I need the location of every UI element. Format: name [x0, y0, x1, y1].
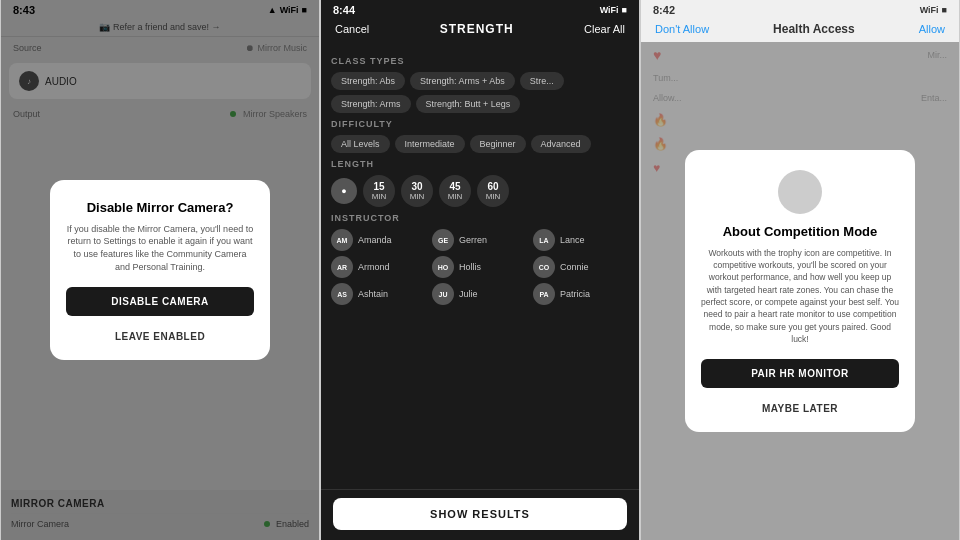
time-3: 8:42 — [653, 4, 675, 16]
status-icons-3: WiFi ■ — [920, 5, 947, 15]
avatar-julie: JU — [432, 283, 454, 305]
disable-camera-modal: Disable Mirror Camera? If you disable th… — [50, 180, 270, 360]
instructor-connie[interactable]: CO Connie — [533, 256, 629, 278]
status-bar-3: 8:42 WiFi ■ — [641, 0, 959, 18]
class-types-chips: Strength: Abs Strength: Arms + Abs Stre.… — [331, 72, 629, 113]
disable-camera-overlay: Disable Mirror Camera? If you disable th… — [1, 0, 319, 540]
chip-all-levels[interactable]: All Levels — [331, 135, 390, 153]
avatar-armond: AR — [331, 256, 353, 278]
length-60[interactable]: 60 MIN — [477, 175, 509, 207]
strength-title: STRENGTH — [440, 22, 514, 36]
avatar-hollis: HO — [432, 256, 454, 278]
phone-panel-3: 8:42 WiFi ■ Don't Allow Health Access Al… — [640, 0, 960, 540]
name-amanda: Amanda — [358, 235, 392, 245]
time-2: 8:44 — [333, 4, 355, 16]
name-ashtain: Ashtain — [358, 289, 388, 299]
health-bg: ♥ Mir... Tum... Allow... Enta... 🔥 🔥 ♥ A… — [641, 42, 959, 540]
chip-strength-arms-abs[interactable]: Strength: Arms + Abs — [410, 72, 515, 90]
filter-content: CLASS TYPES Strength: Abs Strength: Arms… — [321, 44, 639, 489]
name-patricia: Patricia — [560, 289, 590, 299]
chip-strength-butt[interactable]: Strength: Butt + Legs — [416, 95, 521, 113]
status-icons-2: WiFi ■ — [600, 5, 627, 15]
pair-hr-monitor-button[interactable]: PAIR HR MONITOR — [701, 359, 899, 388]
battery-icon-2: ■ — [622, 5, 627, 15]
clear-all-button[interactable]: Clear All — [584, 23, 625, 35]
competition-mode-body: Workouts with the trophy icon are compet… — [701, 247, 899, 346]
instructor-patricia[interactable]: PA Patricia — [533, 283, 629, 305]
chip-strength-abs[interactable]: Strength: Abs — [331, 72, 405, 90]
chip-beginner[interactable]: Beginner — [470, 135, 526, 153]
class-types-label: CLASS TYPES — [331, 56, 629, 66]
competition-avatar — [778, 170, 822, 214]
name-gerren: Gerren — [459, 235, 487, 245]
name-armond: Armond — [358, 262, 390, 272]
wifi-icon-3: WiFi — [920, 5, 939, 15]
instructor-amanda[interactable]: AM Amanda — [331, 229, 427, 251]
avatar-connie: CO — [533, 256, 555, 278]
competition-mode-modal: About Competition Mode Workouts with the… — [685, 150, 915, 433]
length-30[interactable]: 30 MIN — [401, 175, 433, 207]
instructor-ashtain[interactable]: AS Ashtain — [331, 283, 427, 305]
length-label: LENGTH — [331, 159, 629, 169]
chip-advanced[interactable]: Advanced — [531, 135, 591, 153]
avatar-gerren: GE — [432, 229, 454, 251]
avatar-ashtain: AS — [331, 283, 353, 305]
instructor-hollis[interactable]: HO Hollis — [432, 256, 528, 278]
allow-button[interactable]: Allow — [919, 23, 945, 35]
status-bar-2: 8:44 WiFi ■ — [321, 0, 639, 18]
name-lance: Lance — [560, 235, 585, 245]
name-julie: Julie — [459, 289, 478, 299]
health-access-title: Health Access — [773, 22, 855, 36]
instructor-lance[interactable]: LA Lance — [533, 229, 629, 251]
instructor-julie[interactable]: JU Julie — [432, 283, 528, 305]
difficulty-chips: All Levels Intermediate Beginner Advance… — [331, 135, 629, 153]
health-access-nav: Don't Allow Health Access Allow — [641, 18, 959, 42]
maybe-later-button[interactable]: MAYBE LATER — [762, 403, 838, 414]
avatar-amanda: AM — [331, 229, 353, 251]
instructor-grid: AM Amanda GE Gerren LA Lance AR Armond H… — [331, 229, 629, 305]
avatar-lance: LA — [533, 229, 555, 251]
competition-mode-overlay: About Competition Mode Workouts with the… — [641, 42, 959, 540]
length-options: ● 15 MIN 30 MIN 45 MIN 60 MIN — [331, 175, 629, 207]
cancel-button[interactable]: Cancel — [335, 23, 369, 35]
battery-icon-3: ■ — [942, 5, 947, 15]
length-any[interactable]: ● — [331, 178, 357, 204]
difficulty-label: DIFFICULTY — [331, 119, 629, 129]
disable-camera-title: Disable Mirror Camera? — [66, 200, 254, 215]
disable-camera-button[interactable]: DISABLE CAMERA — [66, 287, 254, 316]
length-45[interactable]: 45 MIN — [439, 175, 471, 207]
phone-panel-2: 8:44 WiFi ■ Cancel STRENGTH Clear All CL… — [320, 0, 640, 540]
chip-strength-more[interactable]: Stre... — [520, 72, 564, 90]
dont-allow-button[interactable]: Don't Allow — [655, 23, 709, 35]
leave-enabled-button[interactable]: LEAVE ENABLED — [115, 331, 205, 342]
instructor-gerren[interactable]: GE Gerren — [432, 229, 528, 251]
chip-intermediate[interactable]: Intermediate — [395, 135, 465, 153]
show-results-bar: SHOW RESULTS — [321, 489, 639, 540]
length-15[interactable]: 15 MIN — [363, 175, 395, 207]
instructor-armond[interactable]: AR Armond — [331, 256, 427, 278]
name-connie: Connie — [560, 262, 589, 272]
strength-nav: Cancel STRENGTH Clear All — [321, 18, 639, 44]
disable-camera-body: If you disable the Mirror Camera, you'll… — [66, 223, 254, 273]
wifi-icon-2: WiFi — [600, 5, 619, 15]
avatar-patricia: PA — [533, 283, 555, 305]
show-results-button[interactable]: SHOW RESULTS — [333, 498, 627, 530]
chip-strength-arms[interactable]: Strength: Arms — [331, 95, 411, 113]
name-hollis: Hollis — [459, 262, 481, 272]
phone-panel-1: 8:43 ▲ WiFi ■ 📷 Refer a friend and save!… — [0, 0, 320, 540]
competition-mode-title: About Competition Mode — [701, 224, 899, 239]
instructor-label: INSTRUCTOR — [331, 213, 629, 223]
